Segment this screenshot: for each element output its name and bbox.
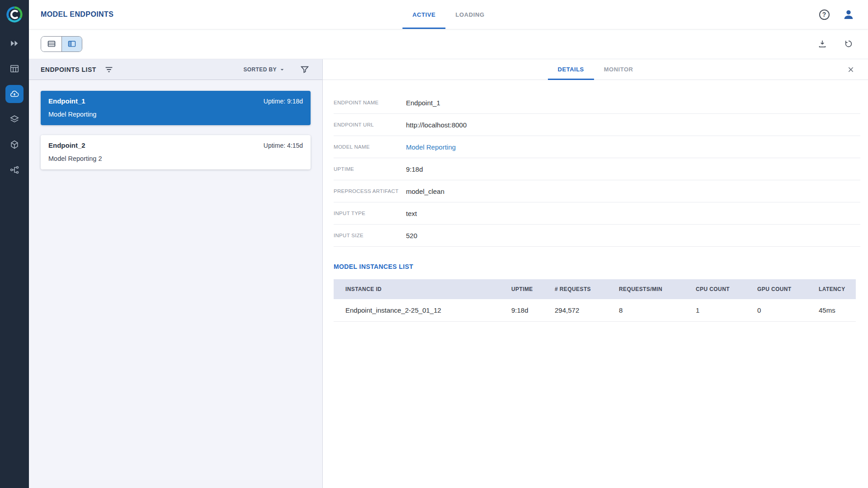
model-name-link[interactable]: Model Reporting [406,143,456,151]
clearml-logo-icon [5,5,24,24]
help-button[interactable]: ? [816,7,832,22]
model-instances-section: MODEL INSTANCES LIST INSTANCE ID UPTIME … [334,263,860,322]
header-actions: ? [816,7,856,22]
field-value: http://localhost:8000 [406,121,467,129]
endpoint-card-header: Endpoint_1 Uptime: 9:18d [48,97,303,105]
split-view-button[interactable] [61,37,82,52]
branch-network-icon [9,165,19,175]
help-icon: ? [819,9,830,20]
app-root: MODEL ENDPOINTS ACTIVE LOADING ? [0,0,868,488]
col-requests-min: REQUESTS/MIN [614,279,691,299]
fast-forward-icon [9,38,19,48]
field-value: model_clean [406,188,444,195]
close-details-button[interactable] [844,63,857,76]
cell-gpu-count: 0 [753,299,814,321]
layers-icon [9,114,19,124]
sidebar-item-pipelines[interactable] [5,136,24,154]
sidebar-item-getting-started[interactable] [5,34,24,52]
sidebar-item-workers-queues[interactable] [5,161,24,179]
field-row-endpoint-name: ENDPOINT NAME Endpoint_1 [334,92,860,114]
endpoints-list-title: ENDPOINTS LIST [41,66,96,73]
tab-details[interactable]: DETAILS [548,59,594,80]
page-title: MODEL ENDPOINTS [41,10,113,19]
field-label: ENDPOINT NAME [334,100,406,105]
tab-loading[interactable]: LOADING [446,0,495,29]
endpoint-uptime: Uptime: 9:18d [264,98,303,105]
view-toggle-group [41,36,82,52]
model-instances-table: INSTANCE ID UPTIME # REQUESTS REQUESTS/M… [334,279,856,322]
field-row-uptime: UPTIME 9:18d [334,158,860,180]
download-button[interactable] [815,36,830,52]
download-icon [817,39,827,49]
field-value: text [406,210,417,217]
field-label: ENDPOINT URL [334,122,406,127]
field-value: 9:18d [406,165,423,173]
app-logo[interactable] [0,0,29,29]
field-label: INPUT TYPE [334,211,406,216]
field-row-endpoint-url: ENDPOINT URL http://localhost:8000 [334,114,860,136]
deploy-cloud-icon [9,89,19,99]
table-header-row: INSTANCE ID UPTIME # REQUESTS REQUESTS/M… [334,279,856,299]
field-row-preprocess-artifact: PREPROCESS ARTIFACT model_clean [334,180,860,202]
details-body: ENDPOINT NAME Endpoint_1 ENDPOINT URL ht… [323,80,868,488]
nav-rail [0,0,29,488]
cell-requests: 294,572 [550,299,614,321]
endpoints-panel-header: ENDPOINTS LIST SORTED BY [29,59,322,80]
avatar-icon [842,8,855,21]
nav-items [5,34,24,179]
table-report-icon [9,64,19,74]
sidebar-item-models[interactable] [5,110,24,128]
table-view-button[interactable] [41,37,61,52]
close-icon [847,66,854,73]
endpoints-list: Endpoint_1 Uptime: 9:18d Model Reporting… [29,80,322,180]
endpoint-model: Model Reporting 2 [48,155,303,162]
toolbar-actions [815,36,856,52]
field-label: INPUT SIZE [334,233,406,238]
model-instances-title: MODEL INSTANCES LIST [334,263,860,270]
field-row-input-type: INPUT TYPE text [334,202,860,225]
field-value: Endpoint_1 [406,99,440,107]
table-row: Endpoint_instance_2-25_01_12 9:18d 294,5… [334,299,856,321]
col-latency: LATENCY [814,279,856,299]
split-view-icon [67,39,76,48]
sidebar-item-model-endpoints[interactable] [5,85,24,103]
sidebar-item-projects[interactable] [5,60,24,78]
tab-monitor[interactable]: MONITOR [594,59,643,80]
field-value: 520 [406,232,417,239]
filter-button[interactable] [299,64,311,75]
table-view-icon [47,39,56,48]
filter-list-icon [104,65,114,75]
cell-requests-min: 8 [614,299,691,321]
endpoint-model: Model Reporting [48,111,303,118]
sorted-by-label: SORTED BY [243,66,277,73]
toolbar [29,29,868,59]
cell-uptime: 9:18d [507,299,550,321]
column-settings-button[interactable] [103,64,115,75]
endpoint-card-2[interactable]: Endpoint_2 Uptime: 4:15d Model Reporting… [41,135,311,169]
col-uptime: UPTIME [507,279,550,299]
field-label: UPTIME [334,166,406,172]
field-row-input-size: INPUT SIZE 520 [334,225,860,247]
sorted-by-dropdown[interactable]: SORTED BY [243,66,286,73]
cell-instance-id: Endpoint_instance_2-25_01_12 [334,299,507,321]
details-panel: DETAILS MONITOR ENDPOINT NAME Endpoint_1 [323,59,868,488]
chevron-down-icon [278,66,286,73]
endpoint-uptime: Uptime: 4:15d [264,142,303,149]
auto-refresh-icon [844,39,854,49]
col-instance-id: INSTANCE ID [334,279,507,299]
header-tabs: ACTIVE LOADING [402,0,494,29]
tab-active[interactable]: ACTIVE [402,0,445,29]
cube-icon [9,140,19,150]
auto-refresh-button[interactable] [841,36,856,52]
field-row-model-name: MODEL NAME Model Reporting [334,136,860,158]
col-cpu-count: CPU COUNT [691,279,753,299]
endpoint-card-1[interactable]: Endpoint_1 Uptime: 9:18d Model Reporting [41,91,311,125]
endpoint-card-header: Endpoint_2 Uptime: 4:15d [48,141,303,149]
details-tabs: DETAILS MONITOR [323,59,868,80]
col-gpu-count: GPU COUNT [753,279,814,299]
user-menu-button[interactable] [841,7,856,22]
endpoint-name: Endpoint_2 [48,141,85,149]
cell-cpu-count: 1 [691,299,753,321]
content-split: ENDPOINTS LIST SORTED BY [29,59,868,488]
cell-latency: 45ms [814,299,856,321]
